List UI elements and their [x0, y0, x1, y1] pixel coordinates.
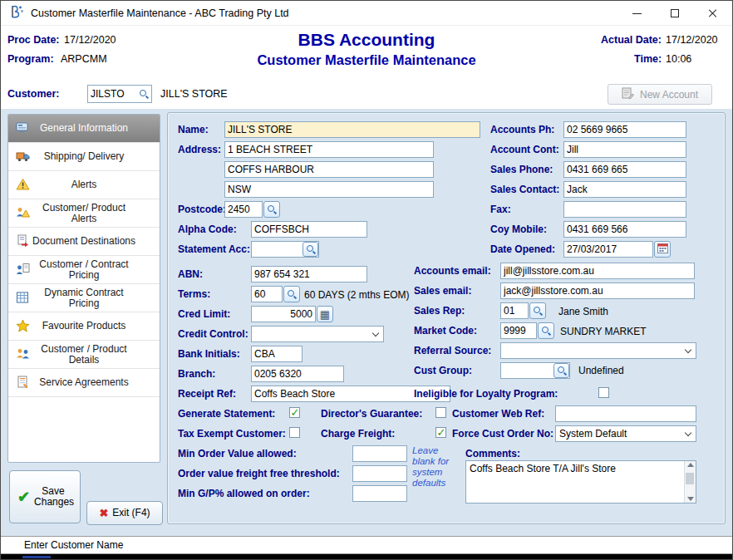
customer-code-input[interactable]	[88, 86, 131, 102]
chevron-down-icon	[685, 346, 691, 353]
sales-rep-input[interactable]	[500, 302, 529, 319]
sales-rep-lookup-button[interactable]	[529, 302, 546, 319]
sales-email-input[interactable]	[500, 282, 695, 299]
customer-web-ref-input[interactable]	[555, 405, 696, 422]
terms-description: 60 DAYS (2 mths EOM)	[304, 289, 409, 301]
customer-label: Customer:	[7, 88, 60, 100]
date-opened-calendar-button[interactable]	[654, 241, 671, 258]
generate-statement-checkbox[interactable]	[289, 407, 300, 418]
generate-statement-label: Generate Statement:	[178, 408, 275, 420]
account-cont-input[interactable]	[563, 141, 686, 158]
market-code-input[interactable]	[500, 322, 537, 339]
cred-limit-input[interactable]	[251, 306, 316, 322]
postcode-lookup-button[interactable]	[263, 201, 280, 218]
credit-control-dropdown[interactable]	[251, 326, 384, 342]
save-changes-button[interactable]: Save Changes	[9, 470, 81, 523]
sidebar-item-service-agreements[interactable]: Service Agreements	[8, 369, 160, 397]
sidebar-item-general-information[interactable]: General Information	[8, 115, 160, 143]
comments-text: Coffs Beach Store T/A Jill's Store	[470, 463, 682, 474]
close-button[interactable]	[694, 1, 732, 26]
general-information-panel: Name: Address: Postcode: Alpha Code: Sta…	[167, 112, 726, 524]
fax-input[interactable]	[563, 201, 686, 218]
charge-freight-checkbox[interactable]	[435, 427, 446, 438]
service-agreements-icon	[16, 376, 30, 390]
cust-group-lookup-button[interactable]	[553, 363, 569, 378]
accounts-ph-input[interactable]	[563, 121, 686, 138]
save-changes-label: Save Changes	[34, 486, 72, 508]
address-line2-input[interactable]	[224, 161, 434, 178]
cred-limit-calculator-button[interactable]	[317, 306, 333, 322]
sidebar-item-customer-product-alerts[interactable]: Customer/ Product Alerts	[8, 199, 160, 228]
credit-control-label: Credit Control:	[178, 328, 248, 340]
min-gp-label: Min G/P% allowed on order:	[178, 488, 310, 499]
address-line1-input[interactable]	[224, 141, 434, 158]
min-order-value-input[interactable]	[352, 445, 407, 462]
status-bar: Enter Customer Name	[1, 536, 732, 554]
abn-label: ABN:	[178, 268, 203, 280]
accounts-email-input[interactable]	[500, 263, 695, 279]
close-icon	[708, 8, 718, 18]
sidebar-item-label: Shipping/ Delivery	[21, 151, 148, 162]
sidebar-item-label: Customer / Product Details	[8, 344, 160, 366]
terms-lookup-button[interactable]	[283, 286, 300, 302]
scroll-down-icon	[687, 497, 694, 501]
bank-initials-input[interactable]	[251, 346, 303, 362]
comments-box[interactable]: Coffs Beach Store T/A Jill's Store	[465, 460, 696, 504]
page-title: Customer Masterfile Maintenance	[1, 52, 732, 68]
save-check-icon	[17, 488, 30, 506]
force-cust-order-label: Force Cust Order No:	[452, 428, 553, 440]
cust-group-label: Cust Group:	[414, 365, 472, 376]
force-cust-order-value: System Default	[559, 428, 627, 440]
coy-mobile-input[interactable]	[563, 221, 686, 238]
comments-scrollbar[interactable]	[684, 461, 696, 503]
sidebar-item-customer-contract-pricing[interactable]: Customer / Contract Pricing	[8, 256, 160, 284]
app-icon	[9, 4, 24, 22]
exit-button[interactable]: Exit (F4)	[86, 501, 163, 525]
referral-source-dropdown[interactable]	[500, 342, 696, 359]
statement-acc-lookup-button[interactable]	[303, 242, 318, 257]
magnifier-icon	[306, 244, 316, 254]
date-opened-input[interactable]	[563, 241, 653, 258]
bank-initials-label: Bank Initials:	[178, 348, 240, 360]
minimize-icon	[632, 13, 642, 14]
statement-acc-label: Statement Acc:	[178, 243, 250, 255]
name-input[interactable]	[224, 121, 480, 138]
maximize-button[interactable]	[656, 1, 694, 26]
sidebar-item-label: Customer/ Product Alerts	[8, 203, 160, 224]
new-account-icon	[622, 87, 635, 102]
exit-x-icon	[99, 507, 108, 519]
status-text: Enter Customer Name	[24, 539, 123, 551]
market-code-lookup-button[interactable]	[538, 322, 554, 339]
sidebar-item-favourite-products[interactable]: Favourite Products	[8, 312, 160, 341]
sidebar-item-dynamic-contract-pricing[interactable]: Dynamic Contract Pricing	[8, 284, 160, 312]
sidebar-item-document-destinations[interactable]: Document Destinations	[8, 228, 160, 256]
sidebar-nav: General Information Shipping/ Delivery A…	[7, 114, 160, 463]
directors-guarantee-label: Director's Guarantee:	[321, 408, 422, 420]
sidebar-item-customer-product-details[interactable]: Customer / Product Details	[8, 341, 160, 369]
sales-contact-input[interactable]	[563, 181, 686, 198]
tax-exempt-checkbox[interactable]	[289, 427, 300, 438]
min-gp-input[interactable]	[352, 485, 407, 502]
abn-input[interactable]	[251, 266, 367, 282]
alpha-code-input[interactable]	[251, 221, 367, 238]
sidebar-item-shipping-delivery[interactable]: Shipping/ Delivery	[8, 143, 160, 171]
address-line3-input[interactable]	[224, 181, 434, 198]
time-label: Time:	[634, 53, 662, 65]
minimize-button[interactable]	[617, 1, 656, 26]
freight-free-threshold-input[interactable]	[352, 465, 407, 482]
sales-contact-label: Sales Contact:	[490, 184, 559, 195]
new-account-button[interactable]: New Account	[608, 84, 712, 105]
ineligible-loyalty-checkbox[interactable]	[598, 387, 609, 398]
customer-lookup-icon[interactable]	[139, 89, 149, 99]
sidebar-item-alerts[interactable]: Alerts	[8, 171, 160, 199]
branch-input[interactable]	[251, 366, 344, 382]
freight-free-threshold-label: Order value freight free threshold:	[178, 468, 340, 479]
force-cust-order-dropdown[interactable]: System Default	[555, 425, 696, 442]
terms-input[interactable]	[251, 286, 283, 302]
magnifier-icon	[533, 306, 543, 316]
postcode-input[interactable]	[224, 201, 263, 218]
sales-phone-input[interactable]	[563, 161, 686, 178]
customer-code-field[interactable]	[87, 85, 152, 103]
directors-guarantee-checkbox[interactable]	[435, 407, 446, 418]
general-information-icon	[16, 121, 30, 135]
